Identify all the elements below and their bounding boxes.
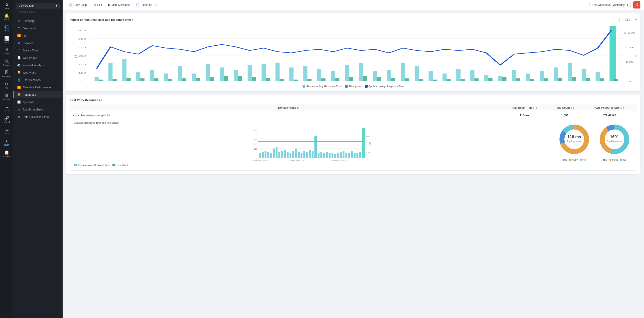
svg-rect-45	[442, 74, 446, 81]
svg-rect-149	[342, 151, 344, 158]
isp-icon: 📶	[17, 34, 21, 37]
js-errors-icon: ⚠	[17, 108, 21, 111]
svg-text:0: 0	[366, 144, 367, 146]
chevron-down-icon: ▾	[56, 4, 57, 8]
svg-rect-147	[337, 153, 339, 158]
nav-cloud[interactable]: ☁ Cloud	[0, 103, 13, 114]
donut-118ms: 118 ms Top Resources js image	[556, 122, 592, 166]
nav-aws[interactable]: ☁ AWS	[0, 126, 13, 137]
sidebar-item-geographic[interactable]: 📍 Geographic ›	[14, 24, 62, 32]
js-dot-1	[563, 159, 564, 161]
svg-rect-132	[295, 148, 297, 158]
svg-rect-141	[320, 152, 322, 158]
nav-database[interactable]: 🗄 Database	[0, 68, 13, 80]
total-count-value: 1,691	[545, 114, 585, 117]
no-tags-label: No Tags added	[16, 9, 60, 14]
sidebar-item-js-errors[interactable]: ⚠ JavaScript Errors ›	[14, 106, 62, 113]
nav-network[interactable]: 🔗 Network	[0, 114, 13, 126]
impact-chart-area: 0 100 200 300 400 500 600 rpm 0 500 1,00…	[70, 25, 637, 83]
svg-rect-127	[281, 151, 283, 158]
sidebar-item-summary[interactable]: ▤ Summary	[14, 17, 62, 24]
legend-resources-avg: Resources Avg. Response Time	[302, 85, 341, 88]
col-total-count[interactable]: Total Count ℹ ⇅	[545, 106, 585, 109]
svg-rect-75	[335, 78, 339, 81]
svg-rect-36	[317, 69, 321, 81]
nav-rail: ⌂ Home 🔔 Alarms 🌐 Web 📊 APM 🖥 Server 🔌 P…	[0, 0, 14, 318]
svg-text:1,000: 1,000	[624, 46, 636, 48]
nav-plugins[interactable]: 🔌 Plugins	[0, 57, 13, 68]
col-avg-resp[interactable]: Avg. Resp. Time ℹ ▼	[504, 106, 545, 109]
mark-milestone-button[interactable]: ▶ Mark Milestone	[106, 2, 132, 8]
svg-rect-20	[94, 77, 98, 81]
nav-alarms[interactable]: 🔔 Alarms	[0, 12, 13, 23]
svg-rect-50	[512, 70, 516, 81]
svg-rect-128	[284, 150, 286, 158]
nav-k8s[interactable]: ⚙ K8s	[0, 80, 13, 91]
edit-icon: ✕	[94, 3, 96, 6]
svg-rect-142	[323, 153, 325, 158]
nav-rum[interactable]: ● RUM	[0, 137, 13, 148]
svg-rect-48	[484, 75, 488, 81]
sidebar-item-device-type[interactable]: 📱 Device Type	[14, 47, 62, 54]
geographic-icon: 📍	[17, 26, 21, 30]
svg-rect-66	[210, 77, 214, 81]
nav-applogs[interactable]: 📋 AppLogs	[0, 148, 13, 160]
sidebar-item-data-stats[interactable]: ▦ Data Collection Stats	[14, 113, 62, 120]
mini-legend-throughput-dot	[112, 164, 115, 166]
nav-web[interactable]: 🌐 Web	[0, 23, 13, 34]
svg-rect-67	[224, 76, 228, 81]
sidebar-item-web-vitals[interactable]: 💡 Web Vitals	[14, 69, 62, 76]
nav-apm[interactable]: 📊 APM	[0, 34, 13, 46]
close-button[interactable]: X	[633, 1, 640, 8]
sidebar-item-isp[interactable]: 📶 ISP	[14, 32, 62, 39]
svg-rect-121	[264, 151, 266, 158]
svg-rect-35	[303, 66, 307, 81]
nav-server[interactable]: 🖥 Server	[0, 46, 13, 57]
edit-button[interactable]: ✕ Edit	[91, 2, 105, 8]
info-icon[interactable]: ℹ	[132, 18, 133, 21]
site-selector[interactable]: Delivery Site ▾	[16, 3, 60, 9]
home-icon: ⌂	[5, 2, 8, 6]
nav-vmware[interactable]: ▦ VMware	[0, 91, 13, 103]
sidebar-item-waterfall[interactable]: 🌊 Waterfall Analysis	[14, 62, 62, 69]
sidebar-item-ajax[interactable]: 🔄 Ajax calls	[14, 98, 62, 106]
legend-js-1: js	[563, 158, 567, 161]
k8s-icon: ⚙	[5, 82, 8, 86]
svg-rect-95	[614, 79, 618, 81]
sidebar-item-filterable[interactable]: 🔽 Filterable Performance	[14, 84, 62, 91]
col-domain-name[interactable]: Domain Name ⇅	[72, 106, 504, 109]
col-avg-size[interactable]: Avg. Resource Size ℹ ⇅	[585, 106, 634, 109]
sidebar-item-resources[interactable]: 📦 Resources	[14, 91, 62, 98]
avg-resp-info-icon[interactable]: ℹ	[533, 106, 534, 109]
svg-rect-87	[502, 77, 506, 81]
sidebar-item-web-pages[interactable]: 📄 Web Pages	[14, 54, 62, 62]
server-icon: 🖥	[5, 48, 9, 52]
svg-rect-144	[329, 153, 330, 158]
export-pdf-button[interactable]: 📄 Export as PDF	[133, 2, 161, 8]
legend-css-1: css	[580, 158, 586, 161]
total-count-info-icon[interactable]: ℹ	[571, 106, 572, 109]
donut-2-svg: 1691 Top Resources	[596, 122, 632, 157]
mini-legend-resources-dot	[74, 164, 77, 166]
menu-button[interactable]: ≡	[635, 18, 637, 22]
svg-rect-52	[540, 71, 544, 81]
expand-arrow[interactable]: ▼	[72, 114, 75, 116]
nav-home-label: Home	[4, 7, 9, 9]
svg-rect-61	[140, 78, 144, 81]
first-party-info-icon[interactable]: ℹ	[101, 98, 102, 102]
csv-button[interactable]: ⬇ CSV	[620, 17, 633, 22]
avg-size-info-icon[interactable]: ℹ	[620, 106, 622, 109]
svg-rect-53	[554, 68, 558, 81]
svg-rect-33	[276, 62, 280, 81]
sidebar-item-browser[interactable]: 🖥 Browser	[14, 39, 62, 47]
nav-home[interactable]: ⌂ Home	[0, 0, 13, 12]
svg-text:rpm: rpm	[369, 142, 371, 145]
svg-rect-70	[266, 78, 270, 81]
svg-text:31-Jul-24 04:00 PM: 31-Jul-24 04:00 PM	[331, 159, 346, 161]
copy-script-button[interactable]: 📋 Copy Script	[66, 2, 90, 8]
svg-rect-91	[558, 78, 562, 81]
resources-icon: 📦	[17, 93, 21, 96]
sidebar-item-user-sessions[interactable]: 👤 User Sessions	[14, 76, 62, 84]
svg-rect-146	[334, 154, 336, 158]
date-range-picker[interactable]: This Week (sun - yesterday) ▾	[590, 2, 630, 8]
